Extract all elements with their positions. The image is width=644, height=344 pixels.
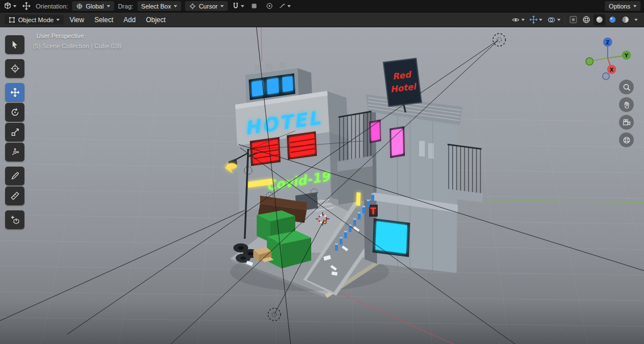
axis-z-label: Z [606,40,610,45]
tool-move[interactable] [5,83,24,102]
menu-object[interactable]: Object [141,15,170,25]
viewport-3d[interactable]: HOTEL Covid-19 [0,27,644,344]
shading-wireframe-button[interactable] [580,14,592,26]
axis-neg-y-ball[interactable] [586,58,593,65]
balcony-railing-right [448,144,482,194]
chevron-down-icon [634,19,638,21]
falloff-circle-icon [266,2,273,10]
hand-icon [622,101,631,109]
orientation-dropdown[interactable]: Global [72,1,114,11]
chevron-down-icon [633,5,637,7]
tool-add-cube[interactable] [5,210,24,229]
ortho-toggle-button[interactable] [619,132,634,147]
chevron-down-icon [220,5,224,7]
render-pass-button[interactable] [567,14,579,26]
curve-icon [279,2,286,10]
blender-window: Orientation: Global Drag: Select Box Cur… [0,0,644,344]
tower-yellow-tube[interactable] [356,192,361,206]
x-axis-line-top [261,27,262,61]
shading-rendered-button[interactable] [620,14,632,26]
gizmos-dropdown[interactable] [528,14,544,26]
chevron-down-icon [539,19,542,21]
material-sphere-icon [608,15,617,24]
axis-neg-z-ball[interactable] [603,73,609,80]
header-separator [564,16,565,24]
rendered-sphere-icon [621,15,630,24]
empty-sphere-top[interactable] [493,34,505,46]
rotate-tool-icon [10,107,20,117]
proportional-icon [250,2,258,10]
cursor-value: Cursor [199,3,218,10]
hotel-building[interactable]: HOTEL Covid-19 [225,63,350,212]
axis-x-label: X [610,67,614,73]
wireframe-sphere-icon [582,15,591,24]
camera-icon [622,118,631,127]
object-mode-icon [9,16,15,23]
measure-ruler-icon [10,191,20,201]
shading-options-dropdown[interactable] [633,14,639,26]
shading-material-button[interactable] [607,14,618,26]
scale-tool-icon [10,127,20,137]
cyan-storefront[interactable] [373,218,410,257]
mode-dropdown[interactable]: Object Mode [5,15,64,24]
chevron-down-icon [107,5,110,7]
menu-select[interactable]: Select [90,15,118,25]
magnifier-icon [622,83,631,92]
zoom-button[interactable] [619,80,634,94]
drag-label: Drag: [118,3,133,10]
tool-annotate[interactable] [5,167,24,185]
tool-scale[interactable] [5,123,24,142]
tool-select-box[interactable] [5,35,24,54]
collection-breadcrumb: (5) Scene Collection | Cube.038 [33,43,122,49]
cursor-crosshair-icon [189,3,196,10]
overlays-icon [547,16,556,24]
eye-icon [511,16,520,24]
annotate-pen-icon [10,171,20,181]
select-arrow-icon [10,40,20,49]
ortho-grid-icon [622,136,631,144]
render-pass-icon [569,15,578,24]
options-label: Options [609,3,630,10]
transform-tool-icon [10,147,20,157]
options-dropdown[interactable]: Options [605,1,641,11]
pink-window-2[interactable] [390,126,405,158]
viewport-header: Object Mode View Select Add Object [0,13,644,27]
mode-value: Object Mode [18,16,53,23]
scene-canvas[interactable]: HOTEL Covid-19 [0,27,644,344]
chevron-down-icon [13,5,16,7]
chevron-down-icon [287,5,291,7]
proportional-editing-button[interactable] [248,1,260,11]
move-tool-icon [10,88,20,97]
camera-view-button[interactable] [619,115,634,130]
menu-add[interactable]: Add [119,15,140,25]
falloff-button[interactable] [264,1,275,11]
axis-y-label: Y [624,53,629,59]
pan-button[interactable] [619,97,634,112]
falloff-curve-dropdown[interactable] [279,1,291,11]
small-red-sign[interactable]: T [370,206,377,217]
drag-dropdown[interactable]: Select Box [137,1,182,11]
snap-button[interactable] [232,1,244,11]
magnet-icon [232,2,240,10]
add-cube-icon [10,215,20,225]
hotel-red-window-left[interactable] [250,137,281,166]
nav-axis-gizmo[interactable]: Z Y X [582,33,636,83]
tool-transform[interactable] [5,143,24,161]
drag-value: Select Box [141,3,172,10]
move-icon [22,2,31,10]
tool-measure[interactable] [5,186,24,205]
visibility-dropdown[interactable] [509,14,526,26]
tool-rotate[interactable] [5,103,24,122]
menu-view[interactable]: View [65,15,89,25]
chevron-down-icon [56,19,60,21]
topbar: Orientation: Global Drag: Select Box Cur… [0,0,644,13]
tool-cursor[interactable] [5,59,24,78]
shading-solid-button[interactable] [593,14,605,26]
pink-window-1[interactable] [369,119,381,143]
lamp-glow [227,163,237,169]
editor-type-button[interactable] [3,1,16,11]
cursor-dropdown[interactable]: Cursor [185,1,228,11]
overlays-dropdown[interactable] [545,14,562,26]
view-name-label: User Perspective [36,32,84,39]
object-origin-dot[interactable] [323,221,326,223]
